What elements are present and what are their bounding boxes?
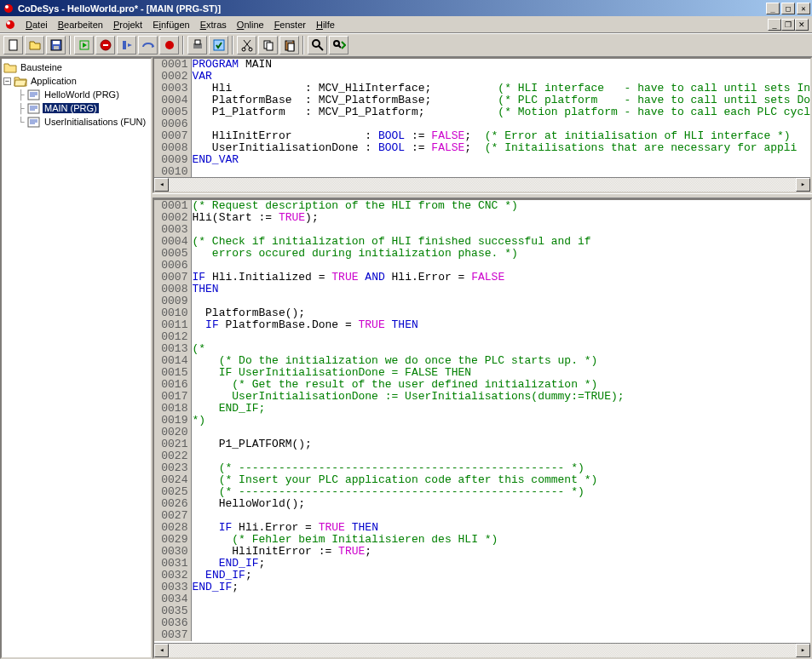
code-line[interactable]: 0022: [154, 450, 810, 462]
code-line[interactable]: 0019*): [154, 415, 810, 427]
find-next-icon[interactable]: [329, 36, 348, 54]
breakpoint-icon[interactable]: [159, 36, 179, 54]
code-line[interactable]: 0012: [154, 331, 810, 343]
menu-extras[interactable]: Extras: [195, 18, 232, 32]
code-line[interactable]: 0004(* Check if initialization of HLI fi…: [154, 236, 810, 248]
menu-fenster[interactable]: Fenster: [269, 18, 311, 32]
paste-icon[interactable]: [279, 36, 299, 54]
line-number: 0005: [154, 106, 192, 118]
project-tree[interactable]: Bausteine − Application ├HelloWorld (PRG…: [0, 57, 153, 659]
tree-collapse-icon[interactable]: −: [3, 77, 11, 85]
print-icon[interactable]: [187, 36, 207, 54]
scrollbar-horizontal[interactable]: ◂ ▸: [154, 643, 810, 657]
code-line[interactable]: 0014 (* Do the initialization we do once…: [154, 355, 810, 367]
code-line[interactable]: 0031 END_IF;: [154, 558, 810, 570]
scroll-left-icon[interactable]: ◂: [154, 644, 169, 657]
folder-open-icon: [14, 75, 27, 87]
menu-hilfe[interactable]: Hilfe: [311, 18, 340, 32]
tree-item[interactable]: ├MAIN (PRG): [3, 101, 149, 115]
code-line[interactable]: 0036: [154, 617, 810, 629]
code-line[interactable]: 0026 HelloWorld();: [154, 498, 810, 510]
code-line[interactable]: 0023 (* --------------------------------…: [154, 462, 810, 474]
body-editor[interactable]: 0001(* Request description of the HLI fr…: [153, 198, 812, 659]
code-line[interactable]: 0033END_IF;: [154, 582, 810, 593]
code-line[interactable]: 0008THEN: [154, 284, 810, 295]
code-line[interactable]: 0011 IF PlatformBase.Done = TRUE THEN: [154, 319, 810, 331]
svg-point-11: [165, 41, 174, 49]
menu-einfügen[interactable]: Einfügen: [147, 18, 194, 32]
code-line[interactable]: 0002VAR: [154, 71, 810, 83]
code-line[interactable]: 0005 P1_Platform : MCV_P1_Platform; (* M…: [154, 106, 810, 118]
code-line[interactable]: 0005 errors occured during initializatio…: [154, 248, 810, 260]
code-line[interactable]: 0004 PlatformBase : MCV_PlatformBase; (*…: [154, 95, 810, 106]
scrollbar-horizontal[interactable]: ◂ ▸: [154, 177, 810, 192]
compile-icon[interactable]: [209, 36, 228, 54]
tree-app[interactable]: − Application: [3, 74, 149, 88]
tree-item[interactable]: └UserInitialisations (FUN): [3, 115, 149, 129]
code-line[interactable]: 0010 PlatformBase();: [154, 307, 810, 319]
menu-bearbeiten[interactable]: Bearbeiten: [53, 18, 108, 32]
code-line[interactable]: 0003: [154, 224, 810, 236]
stop-icon[interactable]: [95, 36, 115, 54]
code-line[interactable]: 0016 (* Get the result of the user defin…: [154, 379, 810, 391]
mdi-close-button[interactable]: ✕: [795, 19, 809, 31]
menu-projekt[interactable]: Projekt: [108, 18, 147, 32]
save-icon[interactable]: [46, 36, 66, 54]
code-line[interactable]: 0009: [154, 295, 810, 307]
scroll-left-icon[interactable]: ◂: [154, 178, 169, 192]
code-line[interactable]: 0010: [154, 166, 810, 177]
code-line[interactable]: 0009END_VAR: [154, 154, 810, 166]
code-line[interactable]: 0024 (* Insert your PLC application code…: [154, 474, 810, 486]
tree-root[interactable]: Bausteine: [3, 60, 149, 74]
tree-item[interactable]: ├HelloWorld (PRG): [3, 88, 149, 101]
code-line[interactable]: 0001(* Request description of the HLI fr…: [154, 200, 810, 212]
code-line[interactable]: 0008 UserInitialisationDone : BOOL := FA…: [154, 142, 810, 154]
code-line[interactable]: 0002Hli(Start := TRUE);: [154, 212, 810, 224]
code-line[interactable]: 0028 IF Hli.Error = TRUE THEN: [154, 522, 810, 534]
code-text: (* Check if initialization of HLI finish…: [192, 236, 590, 248]
run-icon[interactable]: [74, 36, 94, 54]
code-line[interactable]: 0015 IF UserInitialisationDone = FALSE T…: [154, 367, 810, 379]
minimize-button[interactable]: _: [766, 3, 780, 14]
code-line[interactable]: 0006: [154, 260, 810, 272]
code-line[interactable]: 0007IF Hli.Initialized = TRUE AND Hli.Er…: [154, 272, 810, 284]
step-icon[interactable]: [117, 36, 136, 54]
new-icon[interactable]: [3, 36, 23, 54]
scroll-right-icon[interactable]: ▸: [796, 178, 810, 192]
cut-icon[interactable]: [237, 36, 256, 54]
declaration-editor[interactable]: 0001PROGRAM MAIN0002VAR0003 Hli : MCV_Hl…: [153, 57, 812, 193]
menu-datei[interactable]: Datei: [20, 18, 53, 32]
scroll-right-icon[interactable]: ▸: [796, 644, 810, 657]
code-line[interactable]: 0021 P1_PLATFORM();: [154, 438, 810, 450]
mdi-minimize-button[interactable]: _: [768, 19, 781, 31]
find-icon[interactable]: [308, 36, 327, 54]
copy-icon[interactable]: [258, 36, 278, 54]
code-line[interactable]: 0018 END_IF;: [154, 403, 810, 415]
code-line[interactable]: 0020: [154, 427, 810, 438]
maximize-button[interactable]: □: [781, 3, 795, 14]
line-number: 0028: [154, 522, 192, 534]
code-line[interactable]: 0032 END_IF;: [154, 570, 810, 582]
code-text: PlatformBase : MCV_PlatformBase; (* PLC …: [192, 95, 810, 106]
code-line[interactable]: 0037: [154, 629, 810, 641]
mdi-restore-button[interactable]: ❐: [781, 19, 795, 31]
code-line[interactable]: 0029 (* Fehler beim Initialisieren des H…: [154, 534, 810, 546]
code-line[interactable]: 0027: [154, 510, 810, 522]
code-line[interactable]: 0001PROGRAM MAIN: [154, 59, 810, 71]
code-line[interactable]: 0034: [154, 593, 810, 605]
close-button[interactable]: ✕: [797, 3, 810, 14]
code-line[interactable]: 0025 (* --------------------------------…: [154, 486, 810, 498]
code-line[interactable]: 0013(*: [154, 343, 810, 355]
code-text: THEN: [192, 284, 218, 295]
code-line[interactable]: 0006: [154, 118, 810, 130]
code-line[interactable]: 0035: [154, 605, 810, 617]
code-line[interactable]: 0017 UserInitialisationDone := UserIniti…: [154, 391, 810, 403]
menu-online[interactable]: Online: [232, 18, 269, 32]
svg-point-22: [313, 40, 320, 47]
code-line[interactable]: 0007 HliInitError : BOOL := FALSE; (* Er…: [154, 130, 810, 142]
line-number: 0034: [154, 593, 192, 605]
code-line[interactable]: 0003 Hli : MCV_HliInterface; (* HLI inte…: [154, 83, 810, 95]
code-line[interactable]: 0030 HliInitError := TRUE;: [154, 546, 810, 558]
step-over-icon[interactable]: [138, 36, 158, 54]
open-icon[interactable]: [25, 36, 44, 54]
